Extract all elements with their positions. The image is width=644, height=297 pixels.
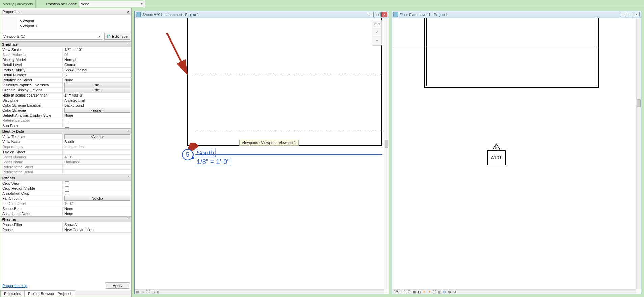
edit-type-button[interactable]: Edit Type [104, 33, 130, 40]
row-hide-at-scales[interactable]: Hide at scales coarser than1" = 400'-0" [0, 93, 131, 98]
group-graphics[interactable]: Graphics⌃ [0, 41, 131, 47]
view-area: Sheet: A101 - Unnamed - Project1 — ◻ ✕ [132, 8, 644, 297]
detail-number-bubble[interactable]: 5 [182, 149, 194, 160]
edit-button[interactable]: Edit... [64, 83, 130, 87]
sun-path-icon[interactable]: ☀ [423, 290, 426, 294]
row-vg-overrides[interactable]: Visibility/Graphics OverridesEdit... [0, 83, 131, 88]
sun-path-icon[interactable]: ☼ [141, 290, 144, 294]
checkbox[interactable] [65, 191, 69, 195]
row-view-name[interactable]: View NameSouth [0, 139, 131, 144]
scale-display[interactable]: 1/8" = 1'-0" [394, 290, 411, 294]
view-control-bar[interactable]: ▦ ☼ ⛶ ◫ ◍ [135, 289, 384, 294]
row-detail-level[interactable]: Detail LevelCoarse [0, 62, 131, 68]
zoom-region-icon[interactable]: ⤢ [372, 28, 382, 36]
group-identity[interactable]: Identity Data⌃ [0, 128, 131, 134]
checkbox[interactable] [65, 186, 69, 190]
rotation-control: Rotation on Sheet: None ▼ [46, 1, 145, 7]
row-color-scheme[interactable]: Color Scheme<none> [0, 108, 131, 113]
group-phasing[interactable]: Phasing⌃ [0, 216, 131, 222]
show-crop-icon[interactable]: ◫ [438, 290, 441, 294]
reveal-hidden-icon[interactable]: ◑ [448, 290, 451, 294]
edit-button[interactable]: Edit... [64, 88, 130, 92]
far-clip-button[interactable]: No clip [64, 196, 130, 201]
close-icon[interactable]: × [127, 10, 129, 14]
tab-properties[interactable]: Properties [0, 290, 25, 297]
row-discipline[interactable]: DisciplineArchitectural [0, 98, 131, 103]
sheet-view-title-bar[interactable]: Sheet: A101 - Unnamed - Project1 — ◻ ✕ [135, 11, 389, 18]
row-dependency: DependencyIndependent [0, 144, 131, 150]
minimize-button[interactable]: — [620, 12, 626, 17]
minimize-button[interactable]: — [368, 12, 374, 17]
annotation-arrow-icon [165, 31, 192, 79]
sheet-view-title: Sheet: A101 - Unnamed - Project1 [142, 12, 199, 17]
row-sun-path[interactable]: Sun Path [0, 123, 131, 128]
row-phase[interactable]: PhaseNew Construction [0, 227, 131, 233]
view-title-block[interactable]: 5 South 1/8" = 1'-0" [182, 149, 231, 166]
row-view-scale[interactable]: View Scale1/8" = 1'-0" [0, 47, 131, 52]
shadows-icon[interactable]: ✦ [428, 290, 431, 294]
row-scope-box[interactable]: Scope BoxNone [0, 206, 131, 211]
view-title-scale[interactable]: 1/8" = 1'-0" [195, 158, 231, 166]
row-annotation-crop[interactable]: Annotation Crop [0, 191, 131, 196]
group-extents[interactable]: Extents⌃ [0, 175, 131, 181]
crop-view-icon[interactable]: ⛶ [433, 290, 436, 294]
row-phase-filter[interactable]: Phase FilterShow All [0, 222, 131, 227]
row-view-template[interactable]: View Template<None> [0, 134, 131, 139]
apply-button[interactable]: Apply [106, 282, 129, 289]
view-title-name[interactable]: South [195, 149, 216, 157]
row-associated-datum[interactable]: Associated DatumNone [0, 211, 131, 216]
row-crop-region-visible[interactable]: Crop Region Visible [0, 186, 131, 191]
crop-icon[interactable]: ◫ [152, 290, 155, 294]
view-control-bar[interactable]: 1/8" = 1'-0" ▦ ◧ ☀ ✦ ⛶ ◫ ◍ ◑ ⚙ [392, 289, 636, 294]
sheet-canvas[interactable]: 5 South 1/8" = 1'-0" Viewports : Viewpor… [135, 18, 389, 294]
elevation-sheet-ref[interactable]: A101 [487, 150, 506, 165]
hide-isolate-icon[interactable]: ◍ [157, 290, 160, 294]
rotation-dropdown[interactable]: None ▼ [79, 1, 145, 7]
visual-style-icon[interactable]: ◧ [418, 290, 421, 294]
row-parts-visibility[interactable]: Parts VisibilityShow Original [0, 68, 131, 73]
maximize-button[interactable]: ◻ [375, 12, 381, 17]
row-analysis-display-style[interactable]: Default Analysis Display StyleNone [0, 113, 131, 118]
maximize-button[interactable]: ◻ [627, 12, 633, 17]
row-color-scheme-location[interactable]: Color Scheme LocationBackground [0, 103, 131, 108]
properties-grid[interactable]: Graphics⌃ View Scale1/8" = 1'-0" Scale V… [0, 41, 131, 281]
tab-project-browser[interactable]: Project Browser - Project1 [24, 290, 75, 297]
nav-wheel-icon[interactable]: ▾ [372, 36, 382, 45]
level-line [192, 74, 381, 74]
close-button[interactable]: ✕ [634, 12, 640, 17]
zoom-2d-icon[interactable]: ⦿₂D [372, 20, 382, 28]
row-title-on-sheet[interactable]: Title on Sheet [0, 150, 131, 155]
row-rotation-on-sheet[interactable]: Rotation on SheetNone [0, 78, 131, 83]
collapse-icon: ⌃ [127, 176, 130, 180]
viewport-outline[interactable] [187, 18, 382, 146]
checkbox[interactable] [65, 181, 69, 185]
vertical-scrollbar[interactable] [636, 18, 641, 289]
properties-title-bar: Properties × [0, 8, 131, 15]
floorplan-canvas[interactable]: 5 A101 1/8" = 1'-0" ▦ ◧ ☀ ✦ ⛶ ◫ ◍ [392, 18, 641, 294]
floorplan-title: Floor Plan: Level 1 - Project1 [400, 12, 447, 17]
close-button[interactable]: ✕ [381, 12, 387, 17]
properties-icon[interactable]: ⚙ [453, 290, 456, 294]
row-display-model[interactable]: Display ModelNormal [0, 57, 131, 62]
properties-help-link[interactable]: Properties help [2, 284, 27, 288]
color-scheme-button[interactable]: <none> [64, 108, 130, 113]
row-far-clip-offset: Far Clip Offset10' 0" [0, 201, 131, 206]
detail-level-icon[interactable]: ▦ [413, 290, 416, 294]
sheet-icon[interactable]: ▦ [136, 290, 139, 294]
shadows-icon[interactable]: ⛶ [146, 290, 150, 294]
row-detail-number[interactable]: Detail Number5 [0, 73, 131, 78]
instance-filter-dropdown[interactable]: Viewports (1) ▼ [2, 33, 102, 40]
row-reference-label: Reference Label [0, 118, 131, 123]
elevation-marker[interactable]: 5 A101 [487, 143, 506, 165]
hide-isolate-icon[interactable]: ◍ [443, 290, 446, 294]
floorplan-title-bar[interactable]: Floor Plan: Level 1 - Project1 — ◻ ✕ [392, 11, 641, 18]
row-graphic-display-options[interactable]: Graphic Display OptionsEdit... [0, 88, 131, 93]
vertical-scrollbar[interactable] [384, 18, 389, 289]
type-selector[interactable]: Viewport Viewport 1 [0, 15, 131, 32]
checkbox[interactable] [65, 124, 69, 128]
navigation-bar[interactable]: ⦿₂D ⤢ ▾ [372, 20, 382, 46]
row-crop-view[interactable]: Crop View [0, 181, 131, 186]
row-referencing-sheet: Referencing Sheet [0, 165, 131, 170]
view-template-button[interactable]: <None> [64, 134, 130, 139]
row-far-clipping[interactable]: Far ClippingNo clip [0, 196, 131, 201]
